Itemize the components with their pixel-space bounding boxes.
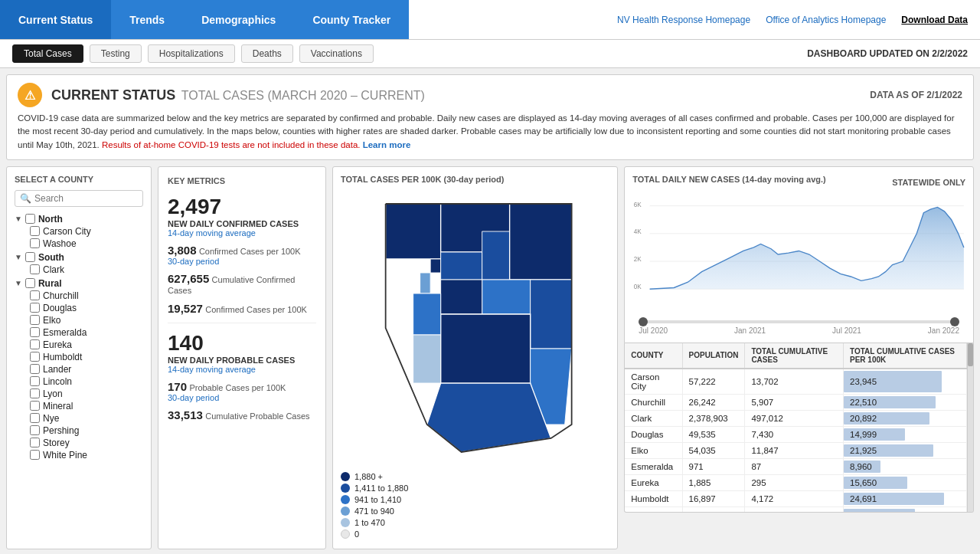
rural-chevron-icon: ▼: [15, 279, 22, 287]
info-banner: ⚠ CURRENT STATUS TOTAL CASES (MARCH 2020…: [6, 74, 974, 160]
chart-x-axis: Jul 2020 Jan 2021 Jul 2021 Jan 2022: [632, 326, 965, 335]
subtab-deaths[interactable]: Deaths: [241, 44, 293, 63]
learn-more-link[interactable]: Learn more: [363, 140, 411, 149]
cell-total-cases: 87: [745, 458, 844, 474]
county-item-humboldt[interactable]: Humboldt: [15, 351, 143, 363]
esmeralda-checkbox[interactable]: [30, 327, 40, 337]
slider-right-handle[interactable]: [950, 317, 959, 326]
tab-trends[interactable]: Trends: [111, 0, 183, 39]
county-item-carson-city[interactable]: Carson City: [15, 225, 143, 238]
dashboard-updated: DASHBOARD UPDATED ON 2/2/2022: [807, 48, 968, 59]
eureka-checkbox[interactable]: [30, 339, 40, 349]
legend-item-471: 471 to 940: [341, 506, 609, 516]
county-group-rural-header[interactable]: ▼ Rural: [15, 277, 143, 290]
subtab-testing[interactable]: Testing: [90, 44, 142, 63]
tab-current-status[interactable]: Current Status: [0, 0, 111, 39]
cell-county: Douglas: [625, 426, 682, 442]
table-row[interactable]: Elko 54,035 11,847 21,925: [625, 442, 966, 458]
legend-item-1880: 1,880 +: [341, 472, 609, 481]
cell-county: Eureka: [625, 474, 682, 490]
legend-item-0: 0: [341, 529, 609, 539]
county-group-south-header[interactable]: ▼ South: [15, 251, 143, 264]
white-pine-checkbox[interactable]: [30, 450, 40, 460]
douglas-checkbox[interactable]: [30, 303, 40, 313]
county-search-input[interactable]: [34, 193, 138, 204]
banner-title: CURRENT STATUS: [51, 87, 175, 103]
pershing-checkbox[interactable]: [30, 425, 40, 435]
carson-city-checkbox[interactable]: [30, 226, 40, 236]
humboldt-checkbox[interactable]: [30, 352, 40, 362]
cell-population: 49,535: [682, 426, 745, 442]
health-response-link[interactable]: NV Health Response Homepage: [617, 15, 750, 25]
nevada-map-svg: [341, 190, 609, 466]
lander-checkbox[interactable]: [30, 364, 40, 374]
legend-item-1: 1 to 470: [341, 518, 609, 527]
south-group-checkbox[interactable]: [25, 252, 35, 262]
cell-population: 2,378,903: [682, 410, 745, 426]
tab-county-tracker[interactable]: County Tracker: [294, 0, 409, 39]
county-item-esmeralda[interactable]: Esmeralda: [15, 326, 143, 339]
county-item-mineral[interactable]: Mineral: [15, 400, 143, 412]
lincoln-checkbox[interactable]: [30, 376, 40, 386]
slider-left-handle[interactable]: [639, 317, 648, 326]
churchill-checkbox[interactable]: [30, 290, 40, 300]
clark-checkbox[interactable]: [30, 264, 40, 274]
county-item-washoe[interactable]: Washoe: [15, 238, 143, 250]
banner-description: COVID-19 case data are summarized below …: [18, 112, 962, 152]
tab-demographics[interactable]: Demographics: [183, 0, 294, 39]
table-row[interactable]: Humboldt 16,897 4,172 24,691: [625, 490, 966, 506]
mineral-checkbox[interactable]: [30, 401, 40, 411]
subtab-total-cases[interactable]: Total Cases: [12, 44, 83, 63]
cell-total-cases: 4,172: [745, 490, 844, 506]
table-row[interactable]: Esmeralda 971 87 8,960: [625, 458, 966, 474]
county-item-lyon[interactable]: Lyon: [15, 388, 143, 400]
rural-group-checkbox[interactable]: [25, 278, 35, 288]
download-data-link[interactable]: Download Data: [901, 15, 968, 25]
subtab-hospitalizations[interactable]: Hospitalizations: [148, 44, 235, 63]
table-row[interactable]: Douglas 49,535 7,430 14,999: [625, 426, 966, 442]
chart-header: TOTAL DAILY NEW CASES (14-day moving avg…: [632, 175, 965, 190]
elko-checkbox[interactable]: [30, 315, 40, 325]
svg-text:2K: 2K: [634, 256, 642, 263]
table-row[interactable]: Carson City 57,222 13,702 23,945: [625, 369, 966, 395]
legend-color-1: [341, 472, 350, 481]
county-item-clark[interactable]: Clark: [15, 264, 143, 276]
county-item-nye[interactable]: Nye: [15, 412, 143, 425]
cumulative-probable-label: Cumulative Probable Cases: [205, 411, 309, 421]
cell-total-cases: 1,045: [745, 506, 844, 512]
county-item-douglas[interactable]: Douglas: [15, 302, 143, 314]
probable-100k-label: Probable Cases per 100K: [189, 383, 286, 392]
county-item-lander[interactable]: Lander: [15, 363, 143, 375]
storey-checkbox[interactable]: [30, 438, 40, 447]
chart-time-slider[interactable]: [639, 320, 959, 323]
confirmed-cum-100k-label: Confirmed Cases per 100K: [205, 305, 307, 314]
county-item-storey[interactable]: Storey: [15, 437, 143, 449]
cell-population: 26,242: [682, 394, 745, 410]
cumulative-probable-metric: 33,513 Cumulative Probable Cases: [168, 408, 316, 421]
county-item-churchill[interactable]: Churchill: [15, 290, 143, 302]
county-group-north-header[interactable]: ▼ North: [15, 213, 143, 225]
svg-text:0K: 0K: [634, 284, 642, 290]
county-item-eureka[interactable]: Eureka: [15, 339, 143, 351]
table-row[interactable]: Eureka 1,885 295 15,650: [625, 474, 966, 490]
table-row[interactable]: Churchill 26,242 5,907 22,510: [625, 394, 966, 410]
county-item-pershing[interactable]: Pershing: [15, 425, 143, 437]
cell-total-cases: 7,430: [745, 426, 844, 442]
table-row[interactable]: Lander 5,992 1,045 17,440: [625, 506, 966, 512]
confirmed-cum-100k-metric: 19,527 Confirmed Cases per 100K: [168, 302, 316, 315]
chart-area: 6K 4K 2K 0K: [632, 193, 965, 316]
nevada-map-container: [341, 190, 609, 466]
washoe-checkbox[interactable]: [30, 238, 40, 248]
table-row[interactable]: Clark 2,378,903 497,012 20,892: [625, 410, 966, 426]
cell-population: 971: [682, 458, 745, 474]
cell-population: 5,992: [682, 506, 745, 512]
county-item-white-pine[interactable]: White Pine: [15, 449, 143, 461]
nye-checkbox[interactable]: [30, 413, 40, 423]
county-item-elko[interactable]: Elko: [15, 314, 143, 326]
subtab-vaccinations[interactable]: Vaccinations: [299, 44, 374, 63]
table-scrollbar[interactable]: [967, 343, 973, 512]
lyon-checkbox[interactable]: [30, 388, 40, 398]
analytics-link[interactable]: Office of Analytics Homepage: [766, 15, 886, 25]
north-group-checkbox[interactable]: [25, 214, 35, 224]
county-item-lincoln[interactable]: Lincoln: [15, 375, 143, 388]
